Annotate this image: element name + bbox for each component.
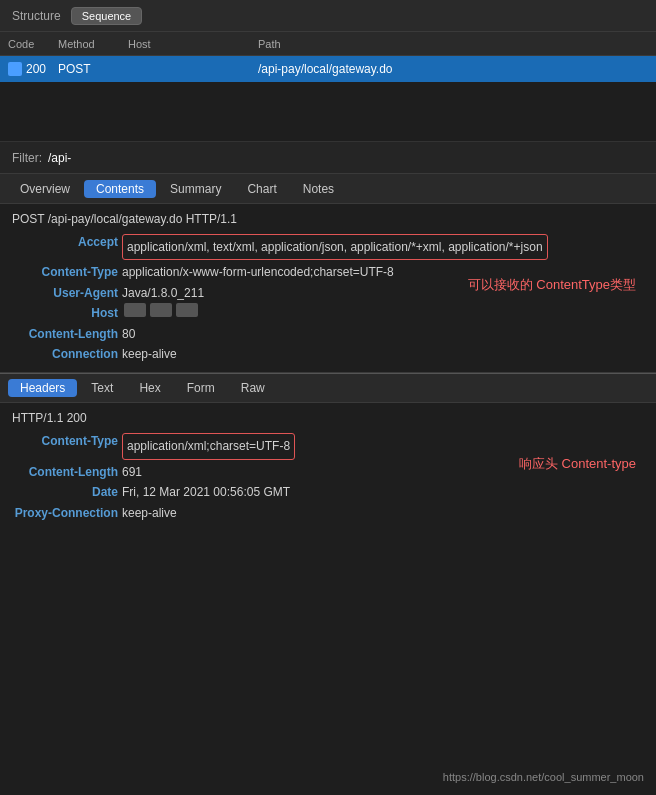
host-box-3	[176, 303, 198, 317]
request-annotation: 可以接收的 ContentType类型	[468, 276, 636, 294]
col-code: Code	[8, 38, 58, 50]
host-row: Host	[12, 303, 644, 323]
proxy-connection-row: Proxy-Connection keep-alive	[12, 503, 644, 523]
connection-row: Connection keep-alive	[12, 344, 644, 364]
proxy-connection-value: keep-alive	[122, 503, 177, 523]
footer-url: https://blog.csdn.net/cool_summer_moon	[443, 771, 644, 783]
content-length-resp-name: Content-Length	[12, 462, 122, 482]
proxy-connection-name: Proxy-Connection	[12, 503, 122, 523]
spacer-area	[0, 82, 656, 142]
content-type-resp-name: Content-Type	[12, 431, 122, 451]
response-panel: HTTP/1.1 200 Content-Type application/xm…	[0, 403, 656, 543]
col-host: Host	[128, 38, 258, 50]
tab-hex[interactable]: Hex	[127, 379, 172, 397]
tab-text[interactable]: Text	[79, 379, 125, 397]
content-type-resp-value: application/xml;charset=UTF-8	[127, 439, 290, 453]
response-annotation: 响应头 Content-type	[519, 455, 636, 473]
filter-bar: Filter: /api-	[0, 142, 656, 174]
table-header: Code Method Host Path	[0, 32, 656, 56]
host-box-1	[124, 303, 146, 317]
content-length-req-row: Content-Length 80	[12, 324, 644, 344]
connection-value: keep-alive	[122, 344, 177, 364]
request-line: POST /api-pay/local/gateway.do HTTP/1.1	[12, 212, 644, 226]
accept-header-value: application/xml, text/xml, application/j…	[127, 240, 543, 254]
tab-headers[interactable]: Headers	[8, 379, 77, 397]
response-status-line: HTTP/1.1 200	[12, 411, 644, 425]
content-type-resp-highlight: application/xml;charset=UTF-8	[122, 433, 295, 459]
row-code: 200	[8, 62, 58, 76]
request-tabs-row: Overview Contents Summary Chart Notes	[0, 174, 656, 204]
content-length-req-value: 80	[122, 324, 135, 344]
row-method: POST	[58, 62, 128, 76]
tab-summary[interactable]: Summary	[158, 180, 233, 198]
response-tabs-row: Headers Text Hex Form Raw	[0, 373, 656, 403]
date-value: Fri, 12 Mar 2021 00:56:05 GMT	[122, 482, 290, 502]
response-headers: Content-Type application/xml;charset=UTF…	[12, 431, 644, 523]
host-name: Host	[12, 303, 122, 323]
sequence-button[interactable]: Sequence	[71, 7, 143, 25]
tab-overview[interactable]: Overview	[8, 180, 82, 198]
top-toolbar: Structure Sequence	[0, 0, 656, 32]
content-type-req-name: Content-Type	[12, 262, 122, 282]
date-name: Date	[12, 482, 122, 502]
row-path: /api-pay/local/gateway.do	[258, 62, 648, 76]
connection-name: Connection	[12, 344, 122, 364]
user-agent-name: User-Agent	[12, 283, 122, 303]
tab-raw[interactable]: Raw	[229, 379, 277, 397]
tab-chart[interactable]: Chart	[235, 180, 288, 198]
table-row[interactable]: 200 POST /api-pay/local/gateway.do	[0, 56, 656, 82]
tab-form[interactable]: Form	[175, 379, 227, 397]
request-headers: Accept application/xml, text/xml, applic…	[12, 232, 644, 364]
structure-label: Structure	[12, 9, 61, 23]
host-box-2	[150, 303, 172, 317]
col-method: Method	[58, 38, 128, 50]
filter-label: Filter:	[12, 151, 42, 165]
request-panel: POST /api-pay/local/gateway.do HTTP/1.1 …	[0, 204, 656, 373]
tab-contents[interactable]: Contents	[84, 180, 156, 198]
tab-notes[interactable]: Notes	[291, 180, 346, 198]
content-type-req-value: application/x-www-form-urlencoded;charse…	[122, 262, 394, 282]
accept-highlight-box: application/xml, text/xml, application/j…	[122, 234, 548, 260]
filter-value: /api-	[48, 151, 71, 165]
accept-header-name: Accept	[12, 232, 122, 252]
host-boxes	[124, 303, 198, 317]
row-icon	[8, 62, 22, 76]
col-path: Path	[258, 38, 648, 50]
content-length-resp-value: 691	[122, 462, 142, 482]
content-length-req-name: Content-Length	[12, 324, 122, 344]
user-agent-value: Java/1.8.0_211	[122, 283, 204, 303]
accept-header-row: Accept application/xml, text/xml, applic…	[12, 232, 644, 262]
date-row: Date Fri, 12 Mar 2021 00:56:05 GMT	[12, 482, 644, 502]
